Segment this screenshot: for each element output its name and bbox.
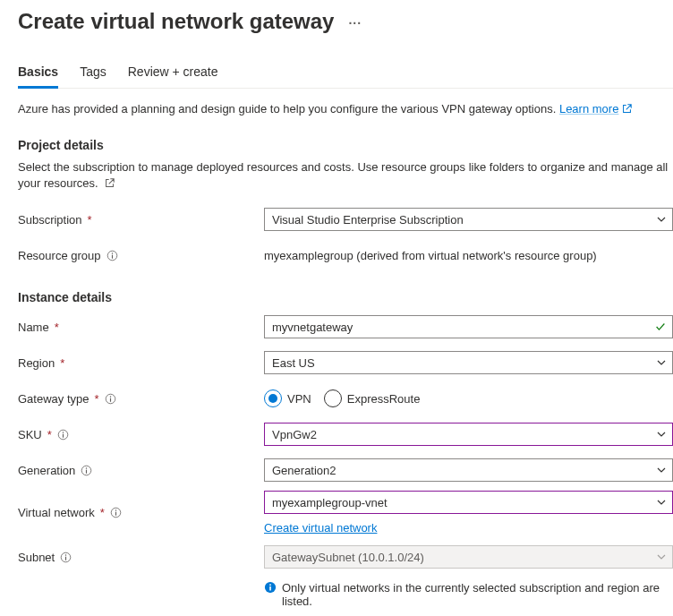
region-select[interactable]: East US: [264, 351, 673, 374]
region-label: Region*: [18, 356, 264, 370]
learn-more-label: Learn more: [559, 102, 618, 116]
info-icon[interactable]: [57, 429, 69, 441]
tab-basics[interactable]: Basics: [18, 59, 58, 89]
generation-select[interactable]: Generation2: [264, 458, 673, 482]
gateway-type-label: Gateway type*: [18, 392, 264, 406]
learn-more-link[interactable]: Learn more: [559, 102, 632, 116]
svg-point-13: [115, 510, 116, 511]
chevron-down-icon: [656, 357, 667, 368]
tabs-bar: Basics Tags Review + create: [18, 59, 673, 89]
project-details-heading: Project details: [18, 138, 673, 152]
info-icon[interactable]: [81, 465, 92, 476]
instance-details-heading: Instance details: [18, 290, 673, 304]
project-details-description: Select the subscription to manage deploy…: [18, 159, 673, 192]
chevron-down-icon: [656, 429, 667, 440]
chevron-down-icon: [656, 497, 667, 508]
vnet-note: Only virtual networks in the currently s…: [18, 581, 673, 608]
svg-rect-11: [86, 469, 87, 473]
virtual-network-label: Virtual network*: [18, 506, 264, 519]
svg-rect-5: [109, 398, 110, 401]
generation-value: Generation2: [272, 464, 336, 477]
svg-point-4: [109, 396, 110, 397]
check-icon: [654, 321, 667, 333]
name-input[interactable]: myvnetgateway: [264, 315, 673, 338]
svg-point-16: [65, 554, 66, 555]
tab-tags[interactable]: Tags: [80, 59, 106, 88]
svg-point-1: [111, 252, 112, 253]
more-actions-icon[interactable]: ···: [348, 16, 362, 30]
info-icon[interactable]: [106, 250, 118, 261]
project-details-description-text: Select the subscription to manage deploy…: [18, 160, 668, 190]
info-icon[interactable]: [105, 393, 116, 405]
svg-point-10: [86, 467, 87, 468]
name-label: Name*: [18, 321, 264, 334]
svg-rect-14: [115, 512, 116, 516]
gateway-type-expressroute-radio[interactable]: ExpressRoute: [324, 389, 421, 407]
info-icon[interactable]: [110, 507, 122, 518]
chevron-down-icon: [656, 465, 667, 475]
info-solid-icon: [264, 581, 277, 594]
svg-rect-17: [65, 556, 66, 560]
gateway-type-vpn-label: VPN: [287, 392, 311, 406]
tab-review-create[interactable]: Review + create: [128, 59, 218, 88]
subnet-select: GatewaySubnet (10.0.1.0/24): [264, 545, 673, 569]
generation-label: Generation: [18, 464, 264, 477]
resource-group-label: Resource group: [18, 249, 264, 262]
sku-label: SKU*: [18, 428, 264, 441]
external-link-icon: [622, 104, 632, 114]
gateway-type-expressroute-label: ExpressRoute: [347, 392, 421, 406]
info-icon[interactable]: [60, 552, 72, 563]
create-virtual-network-link[interactable]: Create virtual network: [264, 521, 673, 535]
intro-text-content: Azure has provided a planning and design…: [18, 102, 559, 116]
name-value: myvnetgateway: [272, 321, 353, 334]
resource-group-value: myexamplegroup (derived from virtual net…: [264, 249, 597, 262]
virtual-network-select[interactable]: myexamplegroup-vnet: [264, 491, 673, 514]
subnet-value: GatewaySubnet (10.0.1.0/24): [272, 551, 424, 564]
subscription-value: Visual Studio Enterprise Subscription: [272, 213, 464, 227]
gateway-type-vpn-radio[interactable]: VPN: [264, 389, 311, 407]
svg-point-19: [269, 585, 271, 586]
region-value: East US: [272, 356, 315, 370]
sku-select[interactable]: VpnGw2: [264, 423, 673, 446]
sku-value: VpnGw2: [272, 428, 317, 441]
subnet-label: Subnet: [18, 551, 264, 564]
subscription-select[interactable]: Visual Studio Enterprise Subscription: [264, 208, 673, 231]
external-link-icon[interactable]: [105, 178, 115, 188]
vnet-note-text: Only virtual networks in the currently s…: [282, 581, 673, 608]
svg-rect-20: [269, 586, 271, 591]
page-title-text: Create virtual network gateway: [18, 9, 334, 34]
svg-rect-8: [63, 433, 64, 437]
svg-point-7: [63, 432, 64, 432]
subscription-label: Subscription*: [18, 213, 264, 227]
chevron-down-icon: [656, 552, 667, 562]
virtual-network-value: myexamplegroup-vnet: [272, 496, 388, 509]
svg-rect-2: [111, 254, 112, 258]
chevron-down-icon: [656, 214, 667, 225]
page-title: Create virtual network gateway ···: [18, 9, 673, 34]
intro-text: Azure has provided a planning and design…: [18, 101, 673, 118]
